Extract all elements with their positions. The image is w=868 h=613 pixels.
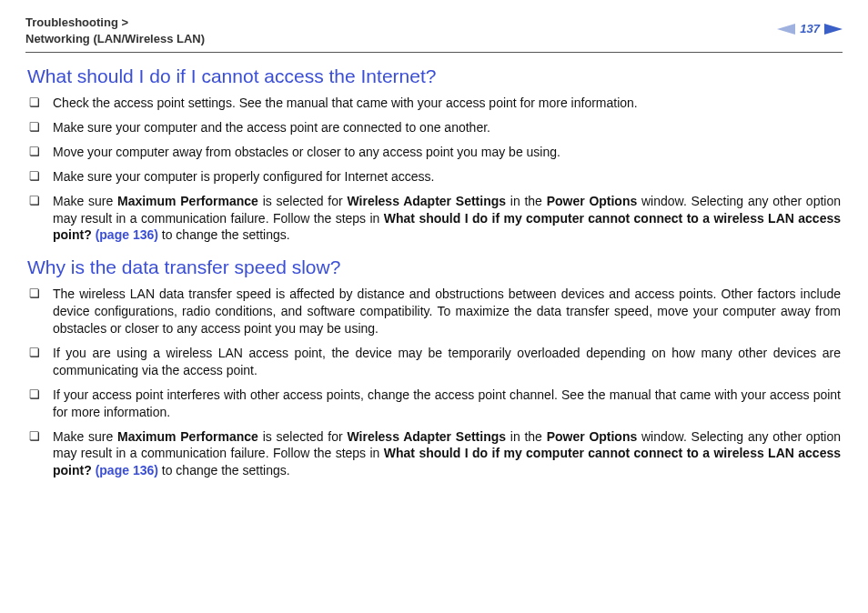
- page-number: 137: [797, 22, 823, 35]
- section-heading: What should I do if I cannot access the …: [27, 65, 841, 87]
- prev-page-icon[interactable]: [777, 24, 795, 35]
- header-divider: [25, 52, 843, 53]
- svg-marker-1: [824, 24, 843, 35]
- breadcrumb-line2: Networking (LAN/Wireless LAN): [25, 31, 205, 47]
- list-item: Make sure your computer is properly conf…: [27, 168, 841, 186]
- svg-marker-0: [777, 24, 795, 35]
- list-item: Make sure your computer and the access p…: [27, 119, 841, 136]
- list-item: Make sure Maximum Performance is selecte…: [27, 428, 841, 480]
- next-page-icon[interactable]: [824, 24, 843, 35]
- section-heading: Why is the data transfer speed slow?: [27, 256, 841, 278]
- content-area: What should I do if I cannot access the …: [25, 65, 843, 479]
- list-item: If you are using a wireless LAN access p…: [27, 345, 841, 379]
- list-item: The wireless LAN data transfer speed is …: [27, 286, 841, 337]
- checklist: The wireless LAN data transfer speed is …: [27, 286, 841, 479]
- breadcrumb-line1: Troubleshooting >: [25, 15, 128, 29]
- list-item: Move your computer away from obstacles o…: [27, 144, 841, 161]
- list-item: Make sure Maximum Performance is selecte…: [27, 193, 841, 245]
- paginator: 137: [777, 15, 843, 35]
- list-item: Check the access point settings. See the…: [27, 95, 841, 112]
- page-header: Troubleshooting > Networking (LAN/Wirele…: [25, 15, 843, 46]
- list-item: If your access point interferes with oth…: [27, 387, 841, 421]
- checklist: Check the access point settings. See the…: [27, 95, 841, 244]
- breadcrumb: Troubleshooting > Networking (LAN/Wirele…: [25, 15, 205, 46]
